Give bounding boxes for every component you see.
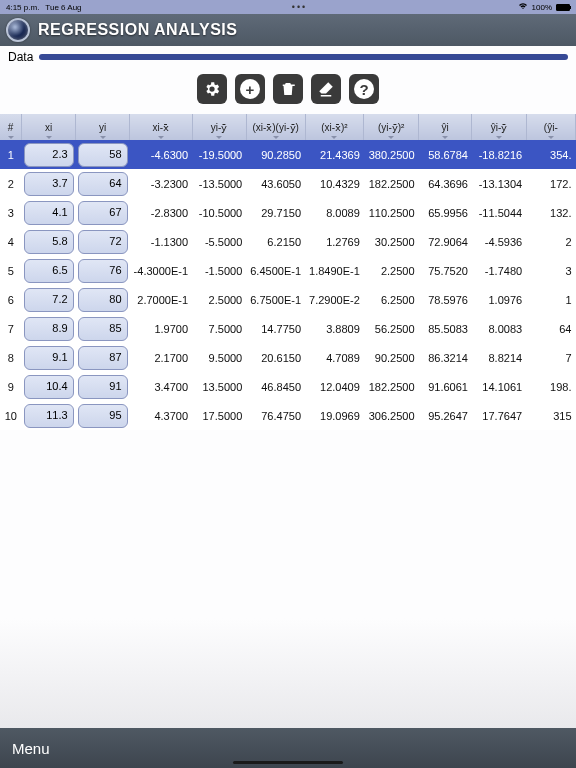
xi-input[interactable]: 5.8 [24, 230, 74, 254]
xi-cell: 8.9 [22, 314, 76, 343]
section-header: Data [0, 46, 576, 66]
table-row[interactable]: 1011.3954.370017.500076.475019.0969306.2… [0, 401, 576, 430]
xi-cell: 6.5 [22, 256, 76, 285]
col-header[interactable]: (xi-x̄)² [305, 114, 364, 140]
table-row[interactable]: 910.4913.470013.500046.845012.0409182.25… [0, 372, 576, 401]
value-cell: 354. [526, 140, 575, 169]
value-cell: 17.7647 [472, 401, 526, 430]
trash-icon [279, 80, 297, 98]
yi-input[interactable]: 72 [78, 230, 128, 254]
value-cell: 7.2900E-2 [305, 285, 364, 314]
value-cell: 2.7000E-1 [130, 285, 192, 314]
col-header[interactable]: xi-x̄ [130, 114, 192, 140]
value-cell: -1.1300 [130, 227, 192, 256]
table-row[interactable]: 67.2802.7000E-12.50006.7500E-17.2900E-26… [0, 285, 576, 314]
plus-icon: + [240, 79, 260, 99]
yi-cell: 85 [76, 314, 130, 343]
status-bar: 4:15 p.m. Tue 6 Aug ••• 100% [0, 0, 576, 14]
table-row[interactable]: 78.9851.97007.500014.77503.880956.250085… [0, 314, 576, 343]
yi-input[interactable]: 76 [78, 259, 128, 283]
add-button[interactable]: + [235, 74, 265, 104]
xi-cell: 7.2 [22, 285, 76, 314]
value-cell: 1.8490E-1 [305, 256, 364, 285]
xi-input[interactable]: 2.3 [24, 143, 74, 167]
xi-input[interactable]: 8.9 [24, 317, 74, 341]
status-date: Tue 6 Aug [45, 3, 81, 12]
value-cell: 2 [526, 227, 575, 256]
row-index: 7 [0, 314, 22, 343]
table-row[interactable]: 23.764-3.2300-13.500043.605010.4329182.2… [0, 169, 576, 198]
settings-button[interactable] [197, 74, 227, 104]
table-row[interactable]: 12.358-4.6300-19.500090.285021.4369380.2… [0, 140, 576, 169]
yi-input[interactable]: 85 [78, 317, 128, 341]
xi-input[interactable]: 4.1 [24, 201, 74, 225]
xi-input[interactable]: 11.3 [24, 404, 74, 428]
value-cell: 21.4369 [305, 140, 364, 169]
menu-button[interactable]: Menu [12, 740, 50, 757]
value-cell: -5.5000 [192, 227, 246, 256]
value-cell: 14.1061 [472, 372, 526, 401]
value-cell: 86.3214 [419, 343, 472, 372]
yi-input[interactable]: 87 [78, 346, 128, 370]
value-cell: 64 [526, 314, 575, 343]
col-header[interactable]: xi [22, 114, 76, 140]
xi-cell: 3.7 [22, 169, 76, 198]
xi-input[interactable]: 10.4 [24, 375, 74, 399]
value-cell: 10.4329 [305, 169, 364, 198]
value-cell: 7 [526, 343, 575, 372]
value-cell: 1.0976 [472, 285, 526, 314]
table-row[interactable]: 34.167-2.8300-10.500029.71508.0089110.25… [0, 198, 576, 227]
value-cell: -4.5936 [472, 227, 526, 256]
value-cell: 4.3700 [130, 401, 192, 430]
row-index: 8 [0, 343, 22, 372]
value-cell: 2.5000 [192, 285, 246, 314]
yi-cell: 58 [76, 140, 130, 169]
xi-input[interactable]: 7.2 [24, 288, 74, 312]
xi-input[interactable]: 6.5 [24, 259, 74, 283]
value-cell: 2.2500 [364, 256, 419, 285]
table-row[interactable]: 56.576-4.3000E-1-1.50006.4500E-11.8490E-… [0, 256, 576, 285]
yi-input[interactable]: 80 [78, 288, 128, 312]
question-icon: ? [354, 79, 374, 99]
value-cell: 132. [526, 198, 575, 227]
status-time: 4:15 p.m. [6, 3, 39, 12]
yi-input[interactable]: 58 [78, 143, 128, 167]
value-cell: 172. [526, 169, 575, 198]
col-header[interactable]: yi-ȳ [192, 114, 246, 140]
section-label: Data [8, 50, 33, 64]
value-cell: 58.6784 [419, 140, 472, 169]
col-header[interactable]: # [0, 114, 22, 140]
yi-input[interactable]: 91 [78, 375, 128, 399]
col-header[interactable]: yi [76, 114, 130, 140]
yi-input[interactable]: 67 [78, 201, 128, 225]
col-header[interactable]: ŷi-ȳ [472, 114, 526, 140]
table-row[interactable]: 89.1872.17009.500020.61504.708990.250086… [0, 343, 576, 372]
yi-cell: 76 [76, 256, 130, 285]
value-cell: 7.5000 [192, 314, 246, 343]
yi-cell: 80 [76, 285, 130, 314]
col-header[interactable]: (yi-ȳ)² [364, 114, 419, 140]
value-cell: 90.2500 [364, 343, 419, 372]
value-cell: -10.5000 [192, 198, 246, 227]
value-cell: 65.9956 [419, 198, 472, 227]
col-header[interactable]: (xi-x̄)(yi-ȳ) [246, 114, 305, 140]
battery-icon [556, 4, 570, 11]
table-row[interactable]: 45.872-1.1300-5.50006.21501.276930.25007… [0, 227, 576, 256]
value-cell: 20.6150 [246, 343, 305, 372]
clear-button[interactable] [311, 74, 341, 104]
col-header[interactable]: (ŷi- [526, 114, 575, 140]
xi-cell: 10.4 [22, 372, 76, 401]
col-header[interactable]: ŷi [419, 114, 472, 140]
xi-input[interactable]: 9.1 [24, 346, 74, 370]
yi-input[interactable]: 95 [78, 404, 128, 428]
value-cell: 30.2500 [364, 227, 419, 256]
xi-input[interactable]: 3.7 [24, 172, 74, 196]
delete-button[interactable] [273, 74, 303, 104]
value-cell: 29.7150 [246, 198, 305, 227]
value-cell: 78.5976 [419, 285, 472, 314]
value-cell: 90.2850 [246, 140, 305, 169]
yi-input[interactable]: 64 [78, 172, 128, 196]
help-button[interactable]: ? [349, 74, 379, 104]
xi-cell: 2.3 [22, 140, 76, 169]
value-cell: 8.8214 [472, 343, 526, 372]
